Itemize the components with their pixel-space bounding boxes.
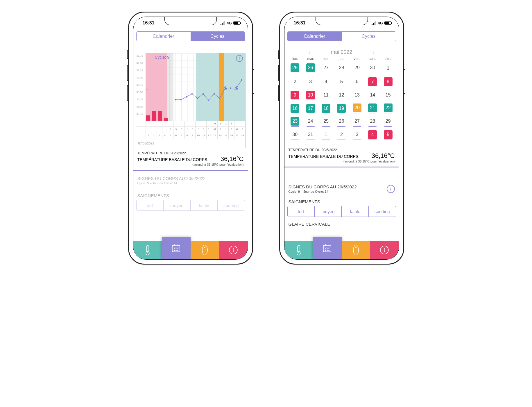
chart-footer-date: 07/05/2022 [136,139,245,148]
calendar-day[interactable]: 22 [381,103,395,114]
svg-point-3 [191,93,193,95]
signal-icon [221,21,225,25]
calendar-day[interactable]: 2 [289,76,302,88]
calendar-day[interactable]: 25 [289,63,302,74]
svg-point-11 [236,88,237,89]
bleeding-option-moyen[interactable]: moyen [314,206,341,217]
calendar-day[interactable]: 7 [366,76,379,88]
calendar-day[interactable]: 16 [289,103,302,114]
calendar-day[interactable]: 21 [366,103,379,114]
temp-label: TEMPÉRATURE BASALE DU CORPS: [289,154,360,159]
svg-point-25 [176,250,176,251]
bleeding-option-fort[interactable]: fort [288,206,314,217]
tab-drop[interactable] [342,241,370,259]
calendar-day[interactable]: 29 [381,116,395,128]
signs-title: SIGNES DU CORPS AU 20/5/2022 [289,184,357,189]
calendar-day[interactable]: 17 [304,103,317,114]
calendar-day[interactable]: 3 [304,76,317,88]
calendar-day[interactable]: 15 [381,89,395,101]
calendar-day[interactable]: 30 [289,129,302,141]
status-time: 16:31 [143,20,155,26]
body-signs-block: SIGNES DU CORPS AU 20/5/2022 Cycle: 9 – … [133,171,248,186]
temp-date-label: TEMPÉRATURE DU 20/5/2022 [289,148,395,152]
calendar-day[interactable]: 26 [335,116,348,128]
temp-value: 36,16°C [221,155,244,163]
info-icon[interactable]: i [387,185,395,193]
temperature-line [146,53,245,121]
calendar-day[interactable]: 5 [335,76,348,88]
tab-bar [284,241,399,259]
chart-grid[interactable] [146,53,245,121]
calendar-day[interactable]: 29 [350,63,363,74]
calendar-day[interactable]: 1 [319,129,332,141]
temp-note: (arrondi à 36,15°C pour l'évaluation) [137,163,244,166]
tab-info[interactable] [219,241,248,259]
tab-calendrier[interactable]: Calendrier [288,32,342,41]
calendar-day[interactable]: 12 [335,89,348,101]
bleeding-option-faible[interactable]: faible [341,206,368,217]
calendar-day[interactable]: 8 [381,76,395,88]
tab-info[interactable] [370,241,399,259]
calendar-day[interactable]: 2 [335,129,348,141]
svg-point-40 [329,249,329,249]
calendar-day[interactable]: 28 [335,63,348,74]
tab-thermometer[interactable] [133,241,162,259]
calendar-day[interactable]: 24 [304,116,317,128]
svg-point-28 [204,247,205,248]
tab-cycles[interactable]: Cycles [342,32,396,41]
mucus-section-title: GLAIRE CERVICALE [284,217,399,228]
calendar-day[interactable]: 20 [350,103,363,114]
calendar-day[interactable]: 26 [304,63,317,74]
tab-calendrier[interactable]: Calendrier [137,32,191,41]
calendar-day[interactable]: 4 [366,129,379,141]
svg-point-23 [178,249,178,249]
bleeding-option-moyen[interactable]: moyen [163,200,190,210]
tab-drop[interactable] [191,241,219,259]
signal-icon [372,21,377,25]
info-icon[interactable]: i [236,55,243,62]
calendar-day[interactable]: 13 [350,89,363,101]
battery-icon [233,21,240,25]
calendar-day[interactable]: 28 [366,116,379,128]
tab-calendar-icon[interactable] [162,237,191,259]
calendar-day[interactable]: 25 [319,116,332,128]
calendar-day[interactable]: 9 [289,89,302,101]
calendar-day[interactable]: 27 [319,63,332,74]
calendar-day[interactable]: 5 [381,129,395,141]
tab-calendar-icon[interactable] [313,237,342,259]
svg-point-42 [327,250,327,251]
calendar-day[interactable]: 31 [304,129,317,141]
calendar-day[interactable]: 14 [366,89,379,101]
tab-thermometer[interactable] [284,241,313,259]
calendar-day[interactable]: 10 [304,89,317,101]
bleeding-option-faible[interactable]: faible [190,200,217,210]
svg-point-44 [353,245,359,255]
svg-point-6 [208,100,209,101]
calendar-day[interactable]: 19 [335,103,348,114]
calendar-day[interactable]: 3 [350,129,363,141]
notch [164,17,217,25]
bleeding-section-title: SAIGNEMENTS [133,186,248,199]
bleeding-options: fortmoyenfaiblespotting [136,200,245,211]
svg-point-22 [176,249,176,249]
prev-month-button[interactable]: ‹ [309,49,311,56]
svg-point-5 [202,93,204,95]
calendar-day[interactable]: 23 [289,116,302,128]
svg-point-8 [219,98,220,99]
svg-point-33 [297,251,300,255]
bleeding-option-spotting[interactable]: spotting [368,206,395,217]
bleeding-section-title: SAIGNEMENTS [284,194,399,205]
calendar-day[interactable]: 30 [366,63,379,74]
calendar-day[interactable]: 27 [350,116,363,128]
calendar-day[interactable]: 18 [319,103,332,114]
bleeding-options: fortmoyenfaiblespotting [287,206,396,217]
next-month-button[interactable]: › [373,49,375,56]
calendar-day[interactable]: 6 [350,76,363,88]
bleeding-option-fort[interactable]: fort [137,200,163,210]
calendar-day[interactable]: 11 [319,89,332,101]
calendar-day[interactable]: 4 [319,76,332,88]
bleeding-option-spotting[interactable]: spotting [217,200,244,210]
svg-point-4 [197,98,198,99]
calendar-day[interactable]: 1 [381,63,395,74]
tab-cycles[interactable]: Cycles [191,32,245,41]
